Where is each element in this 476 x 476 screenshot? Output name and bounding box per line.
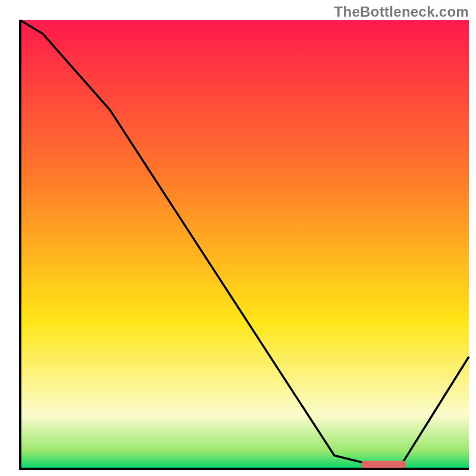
bottleneck-chart [0, 0, 476, 476]
chart-container: { "attribution": "TheBottleneck.com", "c… [0, 0, 476, 476]
optimal-zone-marker [361, 461, 406, 468]
plot-background [20, 20, 469, 469]
